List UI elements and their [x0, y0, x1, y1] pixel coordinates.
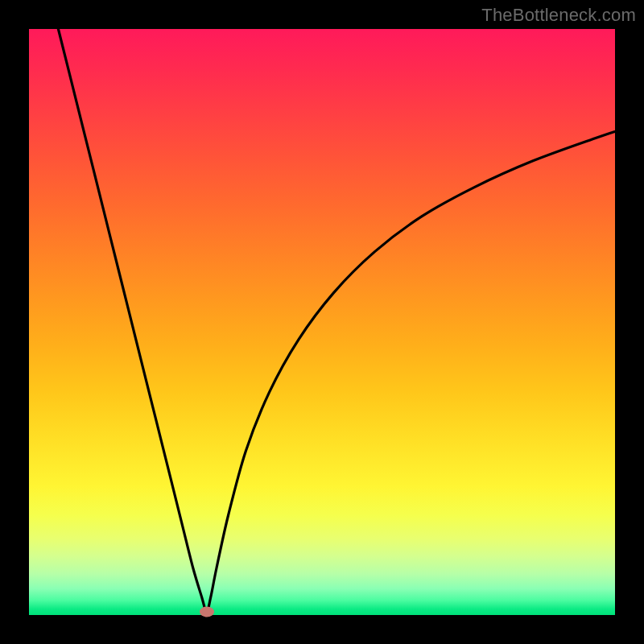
chart-frame: TheBottleneck.com: [0, 0, 644, 644]
bottleneck-curve: [29, 29, 615, 615]
plot-area: [29, 29, 615, 615]
watermark-text: TheBottleneck.com: [481, 5, 636, 26]
minimum-marker: [200, 607, 214, 617]
